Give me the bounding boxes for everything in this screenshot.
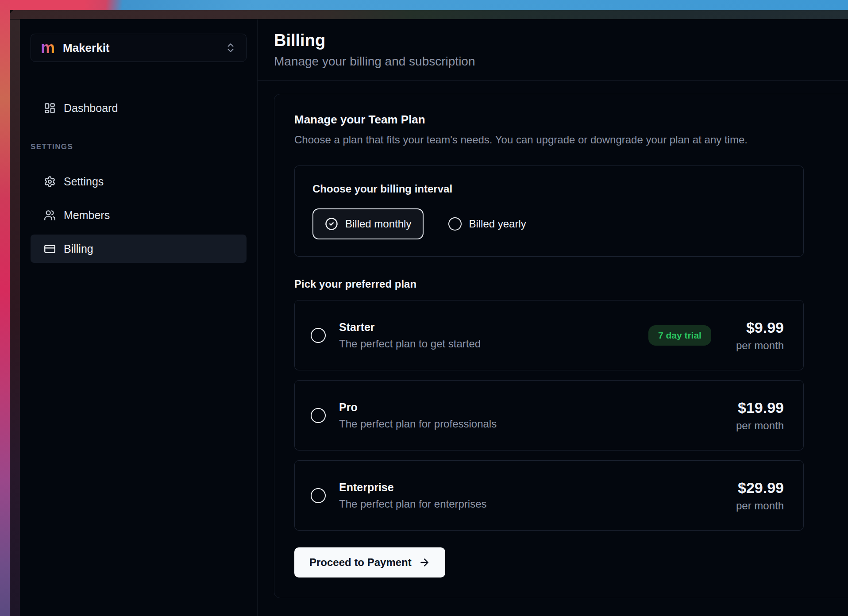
desktop-wallpaper-top	[0, 0, 848, 10]
card-title: Manage your Team Plan	[294, 113, 848, 127]
team-selector[interactable]: m Makerkit	[31, 34, 247, 62]
app-root: m Makerkit	[20, 19, 848, 616]
plan-description: The perfect plan for enterprises	[339, 498, 487, 510]
billed-yearly-label: Billed yearly	[469, 218, 526, 230]
billed-monthly-label: Billed monthly	[345, 218, 411, 230]
team-plan-card: Manage your Team Plan Choose a plan that…	[274, 94, 848, 598]
billing-interval-controls: Billed monthly Billed yearly	[312, 208, 786, 239]
sidebar-section-label: SETTINGS	[31, 142, 247, 151]
plan-price-block: $19.99 per month	[736, 399, 784, 432]
card-subtitle: Choose a plan that fits your team's need…	[294, 134, 848, 146]
price-value: $19.99	[736, 399, 784, 416]
sidebar-item-label: Members	[64, 209, 110, 222]
header-divider	[258, 80, 848, 81]
radio-circle-icon	[448, 217, 462, 231]
arrow-right-icon	[419, 557, 430, 568]
credit-card-icon	[44, 243, 56, 255]
plans-section-label: Pick your preferred plan	[294, 278, 848, 290]
price-value: $29.99	[736, 479, 784, 497]
billing-interval-box: Choose your billing interval Billed mont…	[294, 166, 804, 257]
plan-texts: Pro The perfect plan for professionals	[339, 401, 497, 430]
plan-price-block: $9.99 per month	[736, 319, 784, 352]
page-subtitle: Manage your billing and subscription	[274, 54, 848, 69]
window-body: m Makerkit	[10, 19, 848, 616]
proceed-to-payment-label: Proceed to Payment	[309, 556, 412, 569]
app-window: m Makerkit	[10, 10, 848, 616]
proceed-to-payment-button[interactable]: Proceed to Payment	[294, 547, 445, 578]
plan-description: The perfect plan for professionals	[339, 418, 497, 430]
price-value: $9.99	[736, 319, 784, 336]
billing-interval-label: Choose your billing interval	[312, 183, 786, 195]
trial-badge: 7 day trial	[648, 325, 711, 346]
plan-row-enterprise[interactable]: Enterprise The perfect plan for enterpri…	[294, 460, 804, 531]
billed-monthly-option[interactable]: Billed monthly	[312, 208, 424, 239]
price-period: per month	[736, 500, 784, 512]
plan-name: Starter	[339, 321, 481, 334]
plan-name: Enterprise	[339, 481, 487, 494]
sidebar-item-settings[interactable]: Settings	[31, 167, 247, 196]
sidebar-item-dashboard[interactable]: Dashboard	[31, 94, 247, 122]
sidebar-item-label: Billing	[64, 243, 93, 255]
screenshot-stage: m Makerkit	[0, 0, 848, 616]
team-name-label: Makerkit	[63, 41, 110, 55]
gear-icon	[44, 176, 56, 188]
plan-texts: Starter The perfect plan to get started	[339, 321, 481, 350]
dashboard-icon	[44, 102, 56, 114]
sidebar-item-members[interactable]: Members	[31, 201, 247, 229]
sidebar: m Makerkit	[20, 19, 258, 616]
radio-circle-icon[interactable]	[311, 488, 326, 503]
plan-texts: Enterprise The perfect plan for enterpri…	[339, 481, 487, 510]
main-content: Billing Manage your billing and subscrip…	[258, 19, 848, 616]
plan-row-pro[interactable]: Pro The perfect plan for professionals $…	[294, 380, 804, 450]
plan-description: The perfect plan to get started	[339, 338, 481, 350]
price-period: per month	[736, 339, 784, 352]
makerkit-logo-icon: m	[41, 40, 55, 56]
chevrons-up-down-icon	[225, 42, 236, 54]
plan-name: Pro	[339, 401, 497, 414]
desktop-wallpaper-left	[0, 0, 10, 616]
billed-yearly-option[interactable]: Billed yearly	[448, 217, 526, 231]
users-icon	[44, 209, 56, 221]
page-title: Billing	[274, 31, 848, 50]
sidebar-item-billing[interactable]: Billing	[31, 235, 247, 263]
radio-circle-icon[interactable]	[311, 328, 326, 343]
circle-check-icon	[325, 217, 338, 231]
window-frame-edge	[10, 19, 20, 616]
price-period: per month	[736, 420, 784, 432]
window-titlebar[interactable]	[10, 10, 848, 19]
plan-price-block: $29.99 per month	[736, 479, 784, 512]
radio-circle-icon[interactable]	[311, 408, 326, 423]
plan-row-starter[interactable]: Starter The perfect plan to get started …	[294, 300, 804, 370]
sidebar-item-label: Dashboard	[64, 102, 118, 115]
sidebar-item-label: Settings	[64, 175, 104, 188]
